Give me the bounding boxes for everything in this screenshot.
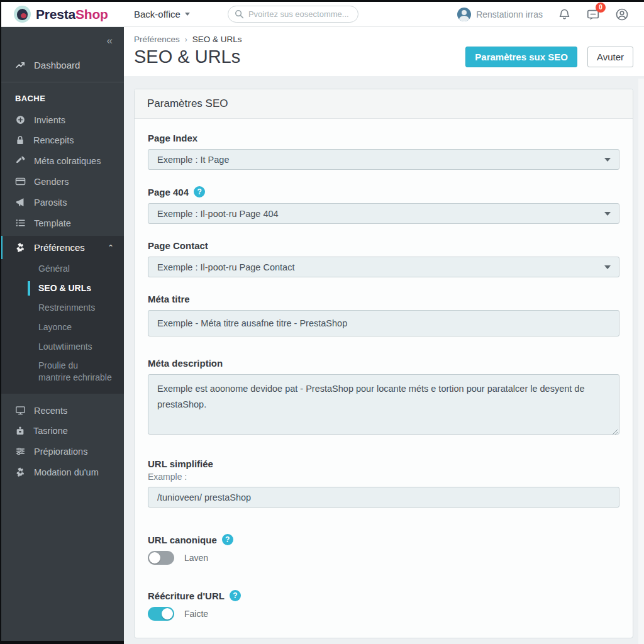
canonical-url-toggle[interactable] [148,551,174,565]
sidebar-item-label: Tasrione [33,426,68,436]
collapse-icon: « [107,35,113,47]
megaphone-icon [15,197,26,208]
breadcrumb-current: SEO & URLs [192,35,242,44]
sidebar-subitem-layonce[interactable]: Layonce [0,318,124,337]
select-caret-icon [604,265,611,269]
notifications-bell-button[interactable] [558,8,571,21]
lock-icon [15,135,25,145]
user-avatar-icon [457,8,471,21]
friendly-url-input[interactable] [148,487,619,508]
page-title: SEO & URLs [134,47,240,67]
gear-icon [15,467,26,477]
chevron-up-icon: ⌃ [108,243,114,252]
url-rewrite-toggle[interactable] [148,607,174,621]
breadcrumb: Préférences › SEO & URLs [134,35,633,44]
help-icon[interactable]: ? [194,186,205,197]
friendly-url-label: URL simplifiée [148,458,619,469]
sidebar-item-prepiorations[interactable]: Prépiorations [0,441,124,462]
sidebar-item-preferences[interactable]: Préférences ⌃ [0,236,124,259]
sidebar-subitem-proulie[interactable]: Proulie du mantrire echrirable [0,356,124,387]
seo-settings-button[interactable]: Paramètres sux SEO [465,47,577,67]
user-badge-icon [15,426,25,436]
sidebar-collapse-button[interactable]: « [0,27,124,47]
page-index-value: Exemple : It Page [157,155,229,165]
meta-description-label: Méta description [148,358,619,369]
select-caret-icon [604,212,611,216]
sidebar-item-rencepits[interactable]: Rencepits [0,130,124,150]
back-office-menu[interactable]: Back-office [134,9,190,19]
sidebar-subitem-restreinments[interactable]: Restreinments [0,298,124,318]
help-icon[interactable]: ? [222,534,233,545]
page-contact-value: Exemple : Il-poot-ru Page Contact [157,262,294,272]
sidebar-item-tasrione[interactable]: Tasrione [0,421,124,441]
plus-circle-icon [15,114,26,125]
sidebar-subitem-general[interactable]: Général [0,259,124,279]
page-404-select[interactable]: Exemple : Il-poot-ru Page 404 [148,203,619,224]
sidebar-item-label: Invients [34,115,65,125]
prestashop-logo[interactable]: PrestaShop [0,6,124,23]
sidebar-item-modation[interactable]: Modation du'um [0,462,124,482]
canonical-url-toggle-label: Laven [184,553,208,563]
page-contact-select[interactable]: Exemple : Il-poot-ru Page Contact [148,257,619,277]
brush-icon [15,155,26,166]
sidebar-item-invients[interactable]: Invients [0,109,124,130]
search-icon [235,9,244,19]
sidebar-item-dashboard[interactable]: Dashboard [0,47,124,82]
trending-up-icon [15,60,26,70]
content-area: Paramètres SEO Page Index Exemple : It P… [124,79,644,644]
avuter-button[interactable]: Avuter [587,47,633,67]
sidebar-item-meta-colratiques[interactable]: Méta colratiques [0,150,124,171]
breadcrumb-separator-icon: › [185,35,187,44]
prestashop-logo-icon [14,6,31,23]
credit-card-icon [15,176,26,187]
list-icon [15,218,26,228]
messages-count-badge: 0 [596,3,606,13]
sidebar-item-label: Méta colratiques [34,156,101,166]
main-area: Préférences › SEO & URLs SEO & URLs Para… [124,27,644,644]
panel-title: Paramètres SEO [135,89,633,119]
help-icon[interactable]: ? [230,590,241,601]
sidebar-group-preferences: Préférences ⌃ Général SEO & URLs Restrei… [0,236,124,394]
global-search[interactable] [228,6,358,23]
canonical-url-label: URL canonique [148,535,217,545]
page-404-value: Exemple : Il-poot-ru Page 404 [157,209,279,219]
page-index-select[interactable]: Exemple : It Page [148,149,619,170]
account-button[interactable] [615,8,629,21]
back-office-label: Back-office [134,9,180,19]
sidebar-section-label: BACHE [0,82,124,109]
sidebar-item-label: Template [34,218,71,228]
search-input[interactable] [248,9,352,19]
sidebar-item-label: Modation du'um [34,467,99,477]
url-rewrite-toggle-label: Faicte [184,609,208,619]
sidebar-item-recents[interactable]: Recents [0,400,124,421]
sidebar-item-genders[interactable]: Genders [0,171,124,192]
top-header: PrestaShop Back-office Renstationn irras [0,2,644,27]
meta-description-textarea[interactable]: Exemple est aoonome devidoe pat - Presta… [148,374,619,435]
brand-name: PrestaShop [36,7,108,22]
sidebar-item-label: Genders [34,177,69,187]
sidebar-item-label: Rencepits [33,135,74,145]
scrollbar[interactable] [638,79,644,644]
sliders-icon [15,446,26,457]
sidebar-item-label: Prépiorations [34,447,87,457]
sidebar-subitem-loutwtiiments[interactable]: Loutwtiiments [0,337,124,357]
chevron-down-icon [185,13,190,16]
sidebar-item-template[interactable]: Template [0,213,124,233]
page-contact-label: Page Contact [148,240,619,251]
seo-settings-panel: Paramètres SEO Page Index Exemple : It P… [134,89,633,638]
sidebar-subitem-seo-urls[interactable]: SEO & URLs [0,279,124,298]
select-caret-icon [604,158,611,162]
messages-button[interactable]: 0 [586,8,600,21]
shop-name-chip[interactable]: Renstationn irras [457,8,543,21]
sidebar-item-label: Préférences [34,242,85,253]
bell-icon [558,8,571,21]
sidebar-item-label: Parosits [34,197,67,208]
sidebar-item-parosits[interactable]: Parosits [0,192,124,213]
breadcrumb-parent[interactable]: Préférences [134,35,180,44]
meta-title-input[interactable] [148,310,619,336]
sidebar-item-label: Recents [34,406,67,416]
frame-top-border [0,0,644,2]
monitor-icon [15,405,26,416]
sidebar: « Dashboard BACHE Invients Rencepits Mét… [0,27,124,641]
page-header: Préférences › SEO & URLs SEO & URLs Para… [124,27,644,76]
